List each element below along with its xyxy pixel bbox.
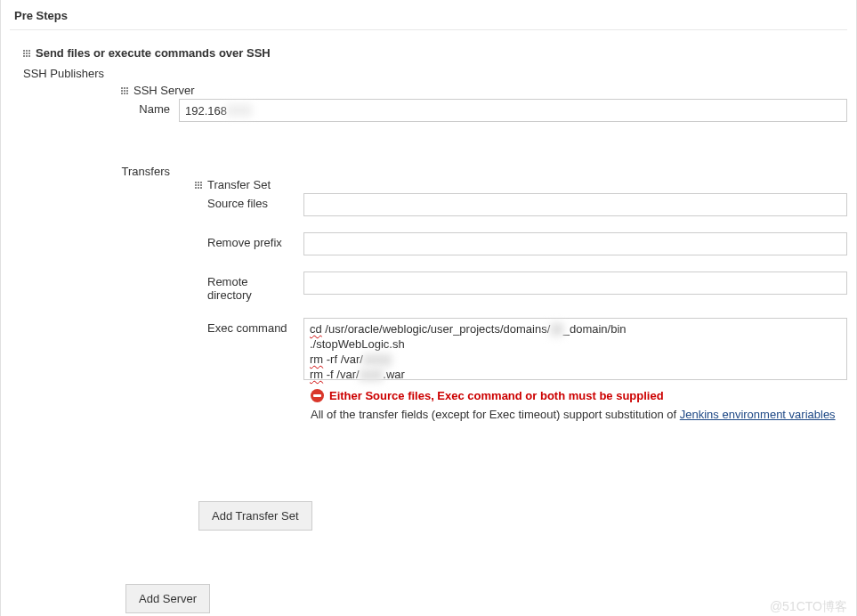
remote-directory-label: Remote directory	[10, 272, 303, 302]
transfer-set-label: Transfer Set	[207, 178, 271, 191]
step-title: Send files or execute commands over SSH	[36, 46, 271, 60]
pre-steps-panel: Pre Steps Send files or execute commands…	[0, 0, 857, 616]
watermark: @51CTO博客	[770, 599, 847, 615]
ssh-server-header: SSH Server	[121, 84, 847, 97]
row-transfers: Transfers	[10, 161, 847, 178]
transfer-set-header: Transfer Set	[195, 178, 847, 191]
row-remote-directory: Remote directory	[10, 272, 847, 302]
remove-prefix-input[interactable]	[303, 232, 847, 255]
row-source-files: Source files	[10, 193, 847, 216]
add-transfer-set-button[interactable]: Add Transfer Set	[198, 501, 312, 531]
row-remove-prefix: Remove prefix	[10, 232, 847, 255]
source-files-input[interactable]	[303, 193, 847, 216]
step-header: Send files or execute commands over SSH	[23, 46, 847, 60]
remove-prefix-label: Remove prefix	[10, 232, 303, 249]
error-text: Either Source files, Exec command or bot…	[329, 389, 664, 402]
exec-command-input[interactable]: cd /usr/oracle/weblogic/user_projects/do…	[303, 318, 847, 380]
add-server-button[interactable]: Add Server	[125, 584, 210, 613]
remote-directory-input[interactable]	[303, 272, 847, 295]
section-title: Pre Steps	[10, 0, 847, 30]
ssh-server-label: SSH Server	[133, 84, 195, 97]
env-vars-link[interactable]: Jenkins environment variables	[680, 408, 836, 421]
help-text: All of the transfer fields (except for E…	[311, 408, 847, 421]
server-name-label: Name	[10, 99, 179, 116]
row-exec-command: Exec command cd /usr/oracle/weblogic/use…	[10, 318, 847, 380]
drag-handle-icon[interactable]	[23, 50, 30, 57]
transfers-label: Transfers	[10, 161, 179, 178]
drag-handle-icon[interactable]	[195, 182, 202, 189]
error-icon	[311, 389, 324, 402]
ssh-publishers-label: SSH Publishers	[23, 67, 847, 80]
validation-block: Either Source files, Exec command or bot…	[311, 389, 847, 421]
drag-handle-icon[interactable]	[121, 87, 128, 94]
source-files-label: Source files	[10, 193, 303, 210]
exec-command-label: Exec command	[10, 318, 303, 335]
row-server-name: Name 192.168	[10, 99, 847, 122]
server-name-input[interactable]: 192.168	[179, 99, 847, 122]
